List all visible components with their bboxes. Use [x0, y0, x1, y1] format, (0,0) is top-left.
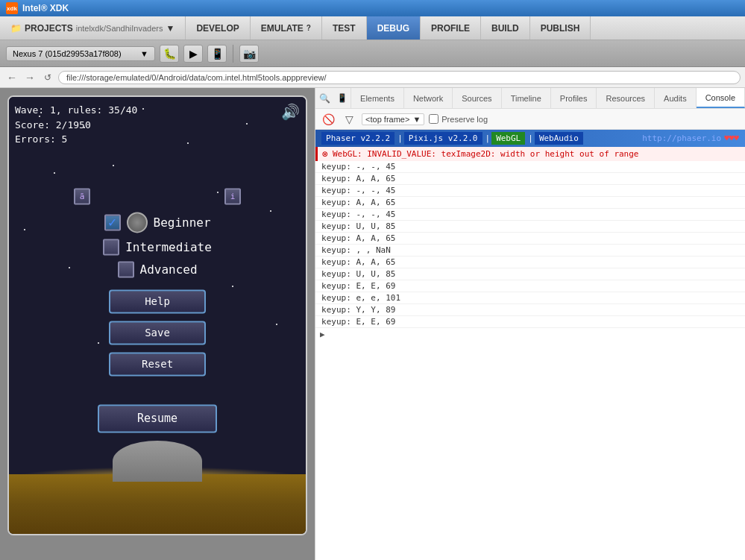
- tab-console[interactable]: Console: [697, 88, 745, 108]
- intermediate-checkbox[interactable]: [103, 239, 119, 255]
- console-line-5: keyup: U, U, 85: [315, 221, 745, 233]
- advanced-row: Advanced: [118, 261, 198, 277]
- back-button[interactable]: ←: [4, 70, 19, 85]
- console-line-0: keyup: -, -, 45: [315, 161, 745, 173]
- tab-sources[interactable]: Sources: [453, 88, 501, 108]
- hearts: ♥♥♥: [724, 133, 739, 143]
- device-icon: 📱: [211, 48, 224, 60]
- develop-button[interactable]: DEVELOP: [186, 16, 250, 40]
- console-line-9: keyup: U, U, 85: [315, 268, 745, 280]
- console-line-2: keyup: -, -, 45: [315, 185, 745, 197]
- console-line-4: keyup: -, -, 45: [315, 209, 745, 221]
- console-line-13: keyup: E, E, 69: [315, 316, 745, 328]
- bug-icon-button[interactable]: 🐛: [160, 45, 179, 63]
- debug-button[interactable]: DEBUG: [367, 16, 421, 40]
- sound-button[interactable]: 🔊: [281, 103, 300, 121]
- play-button[interactable]: ▶: [183, 45, 203, 63]
- pause-menu: ā i ✓ Beginner Intermediate: [60, 188, 254, 432]
- console-line-10: keyup: E, E, 69: [315, 280, 745, 292]
- resume-button[interactable]: Resume: [98, 404, 217, 432]
- advanced-label: Advanced: [140, 262, 198, 277]
- checkmark-icon: ✓: [107, 215, 117, 230]
- project-path: intelxdk/SandhiInvaders: [76, 24, 163, 33]
- tab-audits[interactable]: Audits: [655, 88, 697, 108]
- wave-display: Wave: 1, rules: 35/40: [15, 103, 137, 118]
- phaser-version: Phaser v2.2.2: [321, 132, 394, 145]
- clear-console-button[interactable]: 🚫: [320, 111, 336, 128]
- preserve-log-checkbox[interactable]: Preserve log: [429, 114, 488, 124]
- beginner-label: Beginner: [154, 215, 211, 230]
- projects-icon: 📁: [10, 23, 22, 34]
- play-icon: ▶: [189, 48, 198, 60]
- right-panel: 🔍 📱 Elements Network Sources Timeline Pr…: [315, 88, 745, 560]
- console-error-line: ⊗ WebGL: INVALID_VALUE: texImage2D: widt…: [315, 147, 745, 161]
- device-selector[interactable]: Nexus 7 (015d29953a17f808) ▼: [6, 46, 155, 61]
- test-button[interactable]: TEST: [322, 16, 367, 40]
- webaudio-badge: WebAudio: [535, 132, 583, 145]
- screenshot-button[interactable]: 📷: [239, 45, 259, 63]
- app-title: Intel® XDK: [22, 3, 69, 13]
- app-logo: xdk: [6, 2, 18, 14]
- url-bar[interactable]: file:///storage/emulated/0/Android/data/…: [58, 71, 741, 84]
- moon-base: [113, 441, 202, 482]
- webgl-badge: WebGL: [491, 132, 525, 145]
- devtools-mobile-icon[interactable]: 📱: [333, 88, 351, 108]
- preserve-log-input[interactable]: [429, 114, 438, 124]
- console-toolbar: 🚫 ▽ <top frame> ▼ Preserve log: [315, 109, 745, 130]
- filter-button[interactable]: ▽: [341, 111, 357, 128]
- pixi-version: Pixi.js v2.2.0: [404, 132, 482, 145]
- special-a-button[interactable]: ā: [74, 188, 90, 204]
- reset-button[interactable]: Reset: [109, 352, 206, 376]
- tab-elements[interactable]: Elements: [351, 88, 404, 108]
- screenshot-icon: 📷: [243, 48, 256, 60]
- profile-button[interactable]: PROFILE: [421, 16, 481, 40]
- reload-button[interactable]: ↺: [40, 70, 55, 85]
- projects-button[interactable]: 📁 PROJECTS intelxdk/SandhiInvaders ▼: [0, 16, 186, 40]
- advanced-checkbox[interactable]: [118, 261, 134, 277]
- content-area: Wave: 1, rules: 35/40 Score: 2/1950 Erro…: [0, 88, 745, 560]
- dropdown-icon: ▼: [166, 23, 175, 34]
- phaser-url: http://phaser.io: [642, 133, 721, 143]
- devtools-search-icon[interactable]: 🔍: [315, 88, 333, 108]
- tab-resources[interactable]: Resources: [597, 88, 655, 108]
- phaser-banner: Phaser v2.2.2 | Pixi.js v2.2.0 | WebGL |…: [315, 130, 745, 147]
- beginner-checkbox[interactable]: ✓: [104, 214, 121, 230]
- device-name: Nexus 7 (015d29953a17f808): [13, 49, 122, 58]
- console-content: Phaser v2.2.2 | Pixi.js v2.2.0 | WebGL |…: [315, 130, 745, 560]
- intermediate-label: Intermediate: [125, 240, 212, 254]
- score-display: Score: 2/1950: [15, 118, 137, 133]
- left-panel: Wave: 1, rules: 35/40 Score: 2/1950 Erro…: [0, 88, 315, 560]
- console-line-3: keyup: A, A, 65: [315, 197, 745, 209]
- main-toolbar: 📁 PROJECTS intelxdk/SandhiInvaders ▼ DEV…: [0, 16, 745, 40]
- frame-dropdown-icon: ▼: [412, 115, 421, 124]
- emulate-button[interactable]: EMULATE ?: [251, 16, 322, 40]
- forward-button[interactable]: →: [22, 70, 37, 85]
- tab-timeline[interactable]: Timeline: [502, 88, 551, 108]
- tab-network[interactable]: Network: [404, 88, 453, 108]
- address-bar: ← → ↺ file:///storage/emulated/0/Android…: [0, 67, 745, 88]
- console-expand-button[interactable]: ▶: [315, 328, 745, 341]
- build-button[interactable]: BUILD: [481, 16, 530, 40]
- device-frame: Wave: 1, rules: 35/40 Score: 2/1950 Erro…: [7, 95, 307, 535]
- device-icon-button[interactable]: 📱: [207, 45, 227, 63]
- devtools-header: 🔍 📱 Elements Network Sources Timeline Pr…: [315, 88, 745, 109]
- error-icon: ⊗: [322, 148, 328, 160]
- console-line-11: keyup: e, e, 101: [315, 292, 745, 304]
- publish-button[interactable]: PUBLISH: [530, 16, 591, 40]
- errors-display: Errors: 5: [15, 132, 137, 147]
- frame-selector[interactable]: <top frame> ▼: [362, 113, 424, 125]
- separator: [233, 45, 233, 63]
- beginner-row: ✓ Beginner: [104, 212, 211, 233]
- game-area: Wave: 1, rules: 35/40 Score: 2/1950 Erro…: [9, 97, 306, 534]
- device-dropdown-icon: ▼: [140, 49, 148, 58]
- save-button[interactable]: Save: [109, 321, 206, 345]
- title-bar: xdk Intel® XDK: [0, 0, 745, 16]
- help-button[interactable]: Help: [109, 289, 206, 313]
- tab-profiles[interactable]: Profiles: [551, 88, 597, 108]
- special-i-button[interactable]: i: [224, 188, 241, 204]
- intermediate-row: Intermediate: [103, 239, 212, 255]
- console-line-12: keyup: Y, Y, 89: [315, 304, 745, 316]
- console-line-1: keyup: A, A, 65: [315, 173, 745, 185]
- bug-icon: 🐛: [163, 48, 176, 60]
- game-ground: [9, 474, 306, 534]
